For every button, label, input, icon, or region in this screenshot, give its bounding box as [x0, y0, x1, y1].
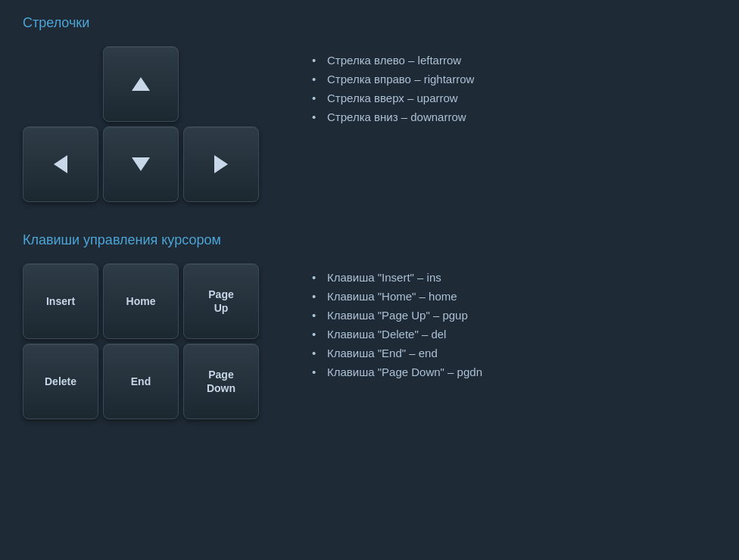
cursor-key-grid: Insert Home PageUp Delete End PageDown — [23, 263, 259, 419]
key-delete[interactable]: Delete — [23, 344, 98, 419]
up-icon — [132, 77, 150, 91]
left-icon — [54, 155, 67, 173]
arrows-content: Стрелка влево – leftarrow Стрелка вправо… — [23, 46, 716, 202]
key-pagedown[interactable]: PageDown — [183, 344, 259, 419]
delete-label: Delete — [45, 375, 76, 388]
list-item: Клавиша "Delete" – del — [312, 328, 482, 341]
key-left[interactable] — [23, 126, 98, 202]
arrows-title: Стрелочки — [23, 15, 716, 31]
list-item: Клавиша "Insert" – ins — [312, 271, 482, 284]
list-item: Клавиша "Page Up" – pgup — [312, 309, 482, 322]
key-right[interactable] — [183, 126, 259, 202]
list-item: Клавиша "Home" – home — [312, 290, 482, 303]
arrow-key-grid — [23, 46, 259, 202]
key-insert[interactable]: Insert — [23, 263, 98, 339]
key-end[interactable]: End — [103, 344, 179, 419]
list-item: Стрелка вниз – downarrow — [312, 110, 474, 123]
cursor-title: Клавиши управления курсором — [23, 232, 716, 248]
key-pageup[interactable]: PageUp — [183, 263, 259, 339]
list-item: Клавиша "End" – end — [312, 347, 482, 359]
key-down[interactable] — [103, 126, 179, 202]
pagedown-label: PageDown — [207, 368, 235, 395]
home-label: Home — [126, 294, 156, 308]
list-item: Клавиша "Page Down" – pgdn — [312, 366, 482, 378]
list-item: Стрелка вправо – rightarrow — [312, 73, 474, 86]
list-item: Стрелка вверх – uparrow — [312, 92, 474, 104]
down-icon — [132, 157, 150, 171]
key-home[interactable]: Home — [103, 263, 179, 339]
arrows-info-list: Стрелка влево – leftarrow Стрелка вправо… — [304, 54, 474, 129]
end-label: End — [131, 375, 151, 388]
key-up[interactable] — [103, 46, 179, 122]
pageup-label: PageUp — [208, 288, 233, 315]
list-item: Стрелка влево – leftarrow — [312, 54, 474, 67]
cursor-section: Клавиши управления курсором Insert Home … — [23, 232, 716, 419]
right-icon — [214, 155, 228, 173]
cursor-info-list: Клавиша "Insert" – ins Клавиша "Home" – … — [304, 271, 482, 384]
cursor-content: Insert Home PageUp Delete End PageDown К… — [23, 263, 716, 419]
arrows-section: Стрелочки Стрелка влево – leftarrow Ст — [23, 15, 716, 202]
insert-label: Insert — [46, 294, 75, 308]
